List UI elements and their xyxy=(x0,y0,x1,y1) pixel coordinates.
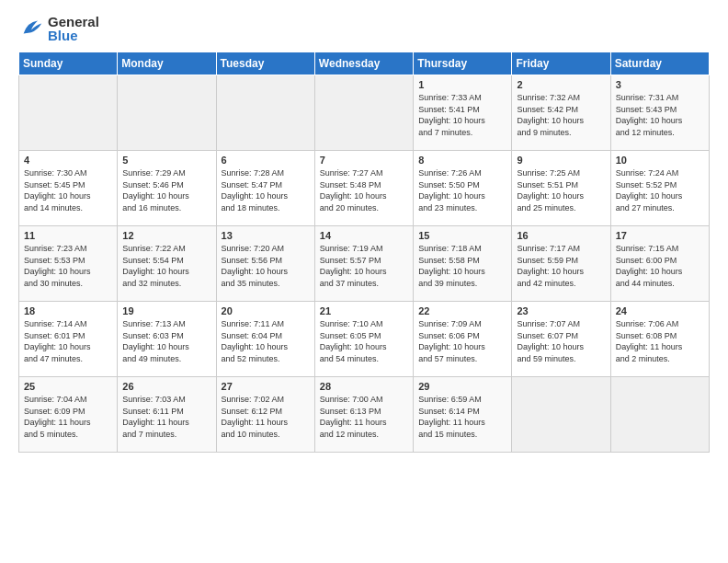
day-number: 6 xyxy=(222,155,310,166)
calendar-cell: 16Sunrise: 7:17 AMSunset: 5:59 PMDayligh… xyxy=(512,226,610,302)
day-info: Sunrise: 7:13 AMSunset: 6:03 PMDaylight:… xyxy=(122,318,210,364)
day-header-tuesday: Tuesday xyxy=(216,52,314,75)
calendar-cell xyxy=(19,75,118,151)
calendar-cell: 5Sunrise: 7:29 AMSunset: 5:46 PMDaylight… xyxy=(118,151,216,226)
calendar-cell: 21Sunrise: 7:10 AMSunset: 6:05 PMDayligh… xyxy=(314,302,413,377)
day-info: Sunrise: 7:24 AMSunset: 5:52 PMDaylight:… xyxy=(616,167,704,213)
calendar-cell: 28Sunrise: 7:00 AMSunset: 6:13 PMDayligh… xyxy=(314,377,413,453)
day-info: Sunrise: 7:26 AMSunset: 5:50 PMDaylight:… xyxy=(418,167,506,213)
day-info: Sunrise: 7:15 AMSunset: 6:00 PMDaylight:… xyxy=(616,243,704,289)
day-info: Sunrise: 7:28 AMSunset: 5:47 PMDaylight:… xyxy=(222,167,310,213)
page: General Blue SundayMondayTuesdayWednesda… xyxy=(0,0,728,462)
header-row: SundayMondayTuesdayWednesdayThursdayFrid… xyxy=(19,52,710,75)
day-number: 9 xyxy=(517,155,605,166)
calendar-cell: 2Sunrise: 7:32 AMSunset: 5:42 PMDaylight… xyxy=(512,75,610,151)
calendar-cell: 24Sunrise: 7:06 AMSunset: 6:08 PMDayligh… xyxy=(610,302,709,377)
day-header-friday: Friday xyxy=(512,52,610,75)
calendar-cell: 12Sunrise: 7:22 AMSunset: 5:54 PMDayligh… xyxy=(118,226,216,302)
calendar-cell: 19Sunrise: 7:13 AMSunset: 6:03 PMDayligh… xyxy=(118,302,216,377)
calendar-week-3: 18Sunrise: 7:14 AMSunset: 6:01 PMDayligh… xyxy=(19,302,710,377)
day-number: 4 xyxy=(24,155,112,166)
day-number: 28 xyxy=(320,381,408,392)
calendar-cell: 10Sunrise: 7:24 AMSunset: 5:52 PMDayligh… xyxy=(610,151,709,226)
day-number: 14 xyxy=(320,230,408,241)
day-info: Sunrise: 7:32 AMSunset: 5:42 PMDaylight:… xyxy=(517,92,605,138)
day-number: 11 xyxy=(24,230,112,241)
day-number: 21 xyxy=(320,305,408,316)
day-info: Sunrise: 7:20 AMSunset: 5:56 PMDaylight:… xyxy=(222,243,310,289)
day-number: 24 xyxy=(616,305,704,316)
day-number: 7 xyxy=(320,155,408,166)
calendar-week-1: 4Sunrise: 7:30 AMSunset: 5:45 PMDaylight… xyxy=(19,151,710,226)
day-header-sunday: Sunday xyxy=(19,52,118,75)
day-info: Sunrise: 7:27 AMSunset: 5:48 PMDaylight:… xyxy=(320,167,408,213)
calendar-week-0: 1Sunrise: 7:33 AMSunset: 5:41 PMDaylight… xyxy=(19,75,710,151)
day-info: Sunrise: 7:07 AMSunset: 6:07 PMDaylight:… xyxy=(517,318,605,364)
day-info: Sunrise: 7:18 AMSunset: 5:58 PMDaylight:… xyxy=(418,243,506,289)
day-info: Sunrise: 7:29 AMSunset: 5:46 PMDaylight:… xyxy=(122,167,210,213)
day-info: Sunrise: 6:59 AMSunset: 6:14 PMDaylight:… xyxy=(418,394,506,440)
calendar-cell: 3Sunrise: 7:31 AMSunset: 5:43 PMDaylight… xyxy=(610,75,709,151)
calendar-cell: 14Sunrise: 7:19 AMSunset: 5:57 PMDayligh… xyxy=(314,226,413,302)
calendar-table: SundayMondayTuesdayWednesdayThursdayFrid… xyxy=(18,52,710,453)
header: General Blue xyxy=(18,15,710,42)
day-header-thursday: Thursday xyxy=(414,52,512,75)
day-info: Sunrise: 7:11 AMSunset: 6:04 PMDaylight:… xyxy=(222,318,310,364)
logo-blue: Blue xyxy=(48,28,78,43)
day-number: 15 xyxy=(418,230,506,241)
day-number: 10 xyxy=(616,155,704,166)
day-info: Sunrise: 7:30 AMSunset: 5:45 PMDaylight:… xyxy=(24,167,112,213)
calendar-cell: 20Sunrise: 7:11 AMSunset: 6:04 PMDayligh… xyxy=(216,302,314,377)
day-info: Sunrise: 7:04 AMSunset: 6:09 PMDaylight:… xyxy=(24,394,112,440)
day-number: 16 xyxy=(517,230,605,241)
logo: General Blue xyxy=(18,15,99,42)
calendar-cell: 4Sunrise: 7:30 AMSunset: 5:45 PMDaylight… xyxy=(19,151,118,226)
calendar-cell: 22Sunrise: 7:09 AMSunset: 6:06 PMDayligh… xyxy=(414,302,512,377)
calendar-cell xyxy=(216,75,314,151)
day-header-monday: Monday xyxy=(118,52,216,75)
day-number: 25 xyxy=(24,381,112,392)
day-info: Sunrise: 7:31 AMSunset: 5:43 PMDaylight:… xyxy=(616,92,704,138)
calendar-cell xyxy=(118,75,216,151)
day-info: Sunrise: 7:03 AMSunset: 6:11 PMDaylight:… xyxy=(122,394,210,440)
day-number: 17 xyxy=(616,230,704,241)
calendar-cell: 17Sunrise: 7:15 AMSunset: 6:00 PMDayligh… xyxy=(610,226,709,302)
day-number: 13 xyxy=(222,230,310,241)
day-header-wednesday: Wednesday xyxy=(314,52,413,75)
day-info: Sunrise: 7:23 AMSunset: 5:53 PMDaylight:… xyxy=(24,243,112,289)
day-info: Sunrise: 7:09 AMSunset: 6:06 PMDaylight:… xyxy=(418,318,506,364)
day-number: 2 xyxy=(517,79,605,90)
day-number: 12 xyxy=(122,230,210,241)
day-number: 22 xyxy=(418,305,506,316)
day-info: Sunrise: 7:17 AMSunset: 5:59 PMDaylight:… xyxy=(517,243,605,289)
calendar-cell: 18Sunrise: 7:14 AMSunset: 6:01 PMDayligh… xyxy=(19,302,118,377)
calendar-cell xyxy=(314,75,413,151)
day-number: 26 xyxy=(122,381,210,392)
calendar-cell: 29Sunrise: 6:59 AMSunset: 6:14 PMDayligh… xyxy=(414,377,512,453)
day-number: 27 xyxy=(222,381,310,392)
calendar-cell: 11Sunrise: 7:23 AMSunset: 5:53 PMDayligh… xyxy=(19,226,118,302)
day-info: Sunrise: 7:02 AMSunset: 6:12 PMDaylight:… xyxy=(222,394,310,440)
day-info: Sunrise: 7:14 AMSunset: 6:01 PMDaylight:… xyxy=(24,318,112,364)
day-number: 1 xyxy=(418,79,506,90)
day-number: 20 xyxy=(222,305,310,316)
calendar-cell: 23Sunrise: 7:07 AMSunset: 6:07 PMDayligh… xyxy=(512,302,610,377)
day-number: 3 xyxy=(616,79,704,90)
day-info: Sunrise: 7:22 AMSunset: 5:54 PMDaylight:… xyxy=(122,243,210,289)
day-number: 5 xyxy=(122,155,210,166)
calendar-cell: 6Sunrise: 7:28 AMSunset: 5:47 PMDaylight… xyxy=(216,151,314,226)
calendar-week-2: 11Sunrise: 7:23 AMSunset: 5:53 PMDayligh… xyxy=(19,226,710,302)
day-info: Sunrise: 7:33 AMSunset: 5:41 PMDaylight:… xyxy=(418,92,506,138)
day-number: 19 xyxy=(122,305,210,316)
logo-bird-icon xyxy=(18,16,44,41)
day-info: Sunrise: 7:10 AMSunset: 6:05 PMDaylight:… xyxy=(320,318,408,364)
calendar-cell xyxy=(610,377,709,453)
calendar-cell: 1Sunrise: 7:33 AMSunset: 5:41 PMDaylight… xyxy=(414,75,512,151)
calendar-cell: 15Sunrise: 7:18 AMSunset: 5:58 PMDayligh… xyxy=(414,226,512,302)
calendar-cell: 13Sunrise: 7:20 AMSunset: 5:56 PMDayligh… xyxy=(216,226,314,302)
day-number: 29 xyxy=(418,381,506,392)
calendar-cell xyxy=(512,377,610,453)
calendar-week-4: 25Sunrise: 7:04 AMSunset: 6:09 PMDayligh… xyxy=(19,377,710,453)
day-info: Sunrise: 7:19 AMSunset: 5:57 PMDaylight:… xyxy=(320,243,408,289)
day-info: Sunrise: 7:00 AMSunset: 6:13 PMDaylight:… xyxy=(320,394,408,440)
